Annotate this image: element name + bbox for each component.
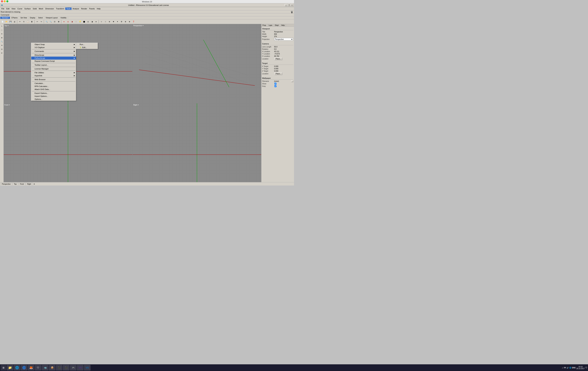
menu-transform[interactable]: Transform bbox=[55, 8, 65, 10]
toolbar-zoom-out[interactable]: 🔍 bbox=[49, 20, 52, 23]
toolbar-delete[interactable]: 🗑 bbox=[30, 20, 34, 23]
menu-rhinoscript[interactable]: RhinoScript ▶ bbox=[31, 54, 76, 57]
viewport-perspective-label[interactable]: Perspective ▼ bbox=[133, 25, 144, 27]
tab-select[interactable]: Select bbox=[37, 17, 44, 19]
viewport-front[interactable]: x z Front ▼ bbox=[4, 103, 132, 182]
prop-projection-select[interactable]: Perspective bbox=[274, 38, 293, 41]
panel-tab-layer[interactable]: Laye. bbox=[268, 24, 274, 27]
os-min-btn[interactable] bbox=[4, 0, 6, 2]
menu-python-edit[interactable]: 🐍 Edit... bbox=[76, 46, 98, 49]
left-tool-2[interactable]: ⬚ bbox=[0, 28, 4, 32]
toolbar-r1[interactable]: ⬤ bbox=[82, 20, 86, 23]
menu-panels[interactable]: Panels bbox=[88, 8, 96, 10]
toolbar-torus[interactable]: ◎ bbox=[66, 20, 70, 23]
viewport-top-label[interactable]: Top ▼ bbox=[4, 25, 9, 27]
bottom-tab-top[interactable]: Top bbox=[12, 183, 18, 185]
panel-tab-display[interactable]: Displ. bbox=[274, 24, 280, 27]
bottom-tab-right[interactable]: Right bbox=[26, 183, 32, 185]
menu-export-options[interactable]: Export Options... bbox=[31, 92, 76, 95]
toolbar-r13[interactable]: ❓ bbox=[132, 20, 135, 23]
prop-tgt-place-btn[interactable]: Place... bbox=[274, 72, 282, 75]
toolbar-copy[interactable]: ⎘ bbox=[22, 20, 26, 23]
menu-dimension[interactable]: Dimension bbox=[44, 8, 55, 10]
tab-display[interactable]: Display bbox=[29, 17, 37, 19]
toolbar-save[interactable]: 💾 bbox=[9, 20, 12, 23]
menu-toolbar-layout[interactable]: Toolbar Layout... bbox=[31, 63, 76, 66]
left-tool-select[interactable]: ↖ bbox=[0, 24, 4, 28]
toolbar-zoom-in[interactable]: 🔍 bbox=[45, 20, 48, 23]
tab-cplanes[interactable]: CPlanes bbox=[10, 17, 19, 19]
menu-attach-ghs[interactable]: Attach GHS Data... bbox=[31, 88, 76, 91]
viewport-front-label[interactable]: Front ▼ bbox=[4, 104, 10, 106]
menu-import-options[interactable]: Import Options... bbox=[31, 95, 76, 98]
menu-solid[interactable]: Solid bbox=[32, 8, 38, 10]
menu-file-utilities[interactable]: File Utilities ▶ bbox=[31, 71, 76, 74]
tab-set-view[interactable]: Set View bbox=[19, 17, 28, 19]
toolbar-r6[interactable]: ☆ bbox=[104, 20, 107, 23]
toolbar-zoom-all[interactable]: ⊡ bbox=[53, 20, 56, 23]
toolbar-paste[interactable]: 📋 bbox=[26, 20, 30, 23]
prop-cam-place-btn[interactable]: Place... bbox=[274, 58, 282, 60]
prop-gray-checkbox[interactable] bbox=[274, 85, 276, 87]
toolbar-open[interactable]: 📂 bbox=[5, 20, 8, 23]
os-max-btn[interactable] bbox=[6, 0, 8, 2]
menu-web-browser[interactable]: Web Browser bbox=[31, 78, 76, 81]
menu-view[interactable]: View bbox=[10, 8, 17, 10]
toolbar-cone[interactable]: ◑ bbox=[70, 20, 74, 23]
viewport-top-dropdown[interactable]: ▼ bbox=[7, 25, 9, 26]
panel-tab-prop[interactable]: Prop. bbox=[262, 24, 268, 27]
toolbar-redo[interactable]: ↪ bbox=[39, 20, 43, 23]
toolbar-r11[interactable]: ⊕ bbox=[124, 20, 127, 23]
menu-help[interactable]: Help bbox=[96, 8, 102, 10]
toolbar-r9[interactable]: ✦ bbox=[116, 20, 119, 23]
viewport-right[interactable]: y z Right ▼ bbox=[133, 103, 261, 182]
scroll-down[interactable]: ▼ bbox=[291, 12, 293, 12]
menu-license-manager[interactable]: License Manager bbox=[31, 67, 76, 70]
menu-pythonscript[interactable]: PythonScript ▶ bbox=[31, 57, 76, 60]
menu-render[interactable]: Render bbox=[80, 8, 88, 10]
toolbar-print[interactable]: 🖨 bbox=[13, 20, 16, 23]
toolbar-zoom-sel[interactable]: ⊠ bbox=[57, 20, 61, 23]
menu-calculator[interactable]: Calculator... bbox=[31, 82, 76, 85]
menu-tools[interactable]: Tools bbox=[65, 8, 72, 10]
left-tool-8[interactable]: ⟳ bbox=[0, 51, 4, 55]
left-tool-4[interactable]: ⊕ bbox=[0, 36, 4, 40]
menu-file[interactable]: File bbox=[0, 8, 5, 10]
menu-commands[interactable]: Commands ▶ bbox=[31, 50, 76, 53]
scroll-up[interactable]: ▲ bbox=[291, 11, 293, 12]
prop-show-checkbox[interactable] bbox=[274, 83, 276, 85]
menu-options[interactable]: Options... bbox=[31, 98, 76, 101]
bottom-tab-front[interactable]: Front bbox=[18, 183, 25, 185]
toolbar-cut[interactable]: ✂ bbox=[18, 20, 22, 23]
toolbar-r10[interactable]: ⚙ bbox=[120, 20, 123, 23]
viewport-right-dropdown[interactable]: ▼ bbox=[137, 104, 139, 106]
toolbar-box[interactable]: ⬡ bbox=[74, 20, 78, 23]
left-tool-6[interactable]: ⟲ bbox=[0, 44, 4, 47]
menu-python-run[interactable]: Run... bbox=[76, 43, 98, 46]
os-close-btn[interactable] bbox=[1, 0, 3, 2]
menu-rpn-calculator[interactable]: RPN Calculator... bbox=[31, 85, 76, 88]
app-minimize-btn[interactable]: — bbox=[285, 4, 287, 6]
bottom-tab-add[interactable]: ⊕ bbox=[33, 183, 36, 185]
tab-visibility[interactable]: Visibility bbox=[59, 17, 68, 19]
tab-viewport-layout[interactable]: Viewport Layout bbox=[44, 17, 59, 19]
toolbar-r12[interactable]: ⊗ bbox=[128, 20, 131, 23]
viewport-perspective-dropdown[interactable]: ▼ bbox=[142, 25, 144, 26]
app-restore-btn[interactable]: ❐ bbox=[288, 4, 290, 6]
toolbar-sphere[interactable]: ● bbox=[62, 20, 66, 23]
panel-tab-help[interactable]: Help bbox=[280, 24, 286, 27]
toolbar-new[interactable]: 📄 bbox=[1, 20, 4, 23]
app-close-btn[interactable]: ✕ bbox=[291, 4, 293, 6]
tab-standard[interactable]: Standard bbox=[0, 17, 10, 19]
viewport-perspective[interactable]: z x Perspective ▼ bbox=[133, 24, 261, 103]
menu-curve[interactable]: Curve bbox=[16, 8, 23, 10]
menu-edit[interactable]: Edit bbox=[5, 8, 10, 10]
menu-analyze[interactable]: Analyze bbox=[72, 8, 80, 10]
bottom-tab-perspective[interactable]: Perspective bbox=[0, 183, 12, 185]
menu-surface[interactable]: Surface bbox=[23, 8, 32, 10]
toolbar-r4[interactable]: ● bbox=[94, 20, 98, 23]
menu-mesh[interactable]: Mesh bbox=[38, 8, 44, 10]
viewport-front-dropdown[interactable]: ▼ bbox=[9, 104, 10, 106]
left-tool-7[interactable]: ⊡ bbox=[0, 47, 4, 51]
toolbar-r5[interactable]: ⊹ bbox=[100, 20, 103, 23]
